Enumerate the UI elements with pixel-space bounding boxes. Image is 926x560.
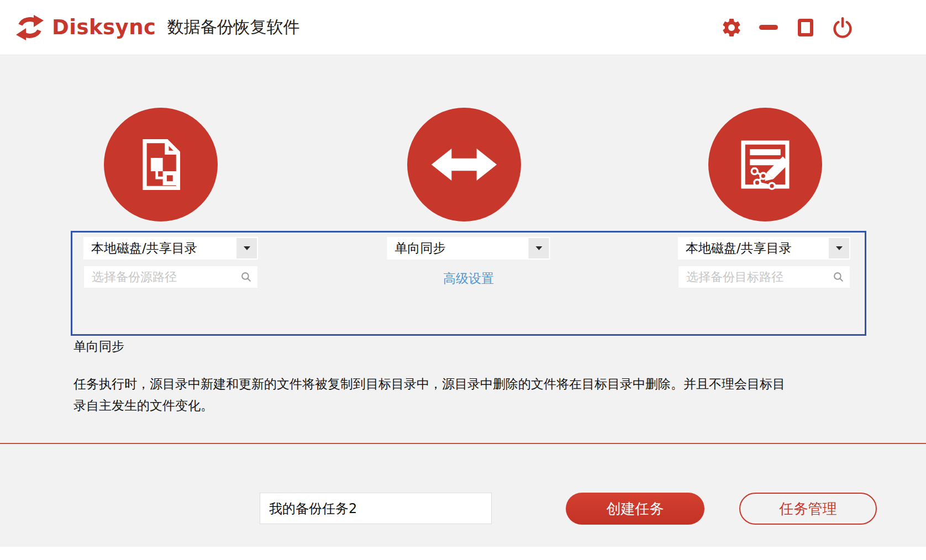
brand: Disksync 数据备份恢复软件 [15, 13, 299, 42]
target-column: 本地磁盘/共享目录 [678, 237, 850, 288]
task-edit-icon [708, 108, 822, 221]
chevron-down-icon[interactable] [236, 238, 257, 258]
source-type-value: 本地磁盘/共享目录 [91, 240, 197, 257]
target-path-box [678, 266, 850, 288]
power-icon[interactable] [832, 17, 854, 39]
window-controls [720, 17, 854, 39]
sync-logo-icon [15, 13, 44, 42]
config-panel: 本地磁盘/共享目录 单向同步 高级设置 本地磁盘/共享目录 [71, 231, 866, 336]
chevron-down-icon[interactable] [529, 238, 549, 258]
task-name-input[interactable] [260, 493, 492, 524]
source-path-box [83, 266, 258, 288]
sync-direction-icon [407, 108, 521, 221]
task-manager-button[interactable]: 任务管理 [739, 493, 877, 525]
settings-gear-icon[interactable] [720, 17, 743, 39]
target-type-dropdown[interactable]: 本地磁盘/共享目录 [678, 237, 850, 260]
sync-mode-dropdown[interactable]: 单向同步 [387, 237, 550, 260]
sync-mode-description: 任务执行时，源目录中新建和更新的文件将被复制到目标目录中，源目录中删除的文件将在… [73, 373, 792, 416]
minimize-icon[interactable] [757, 17, 780, 39]
source-column: 本地磁盘/共享目录 [83, 237, 258, 288]
source-document-icon [104, 108, 218, 221]
sync-mode-column: 单向同步 高级设置 [387, 237, 550, 287]
brand-name: Disksync [52, 15, 156, 39]
source-type-dropdown[interactable]: 本地磁盘/共享目录 [83, 237, 258, 260]
create-task-button[interactable]: 创建任务 [566, 493, 704, 525]
target-type-value: 本地磁盘/共享目录 [686, 240, 792, 257]
titlebar: Disksync 数据备份恢复软件 [0, 0, 926, 55]
bottom-strip [0, 547, 926, 560]
search-icon[interactable] [240, 271, 252, 283]
source-path-input[interactable] [83, 266, 258, 288]
maximize-icon[interactable] [795, 17, 817, 39]
divider [0, 443, 926, 444]
target-path-input[interactable] [678, 266, 850, 288]
app-title: 数据备份恢复软件 [167, 16, 299, 39]
sync-mode-title: 单向同步 [73, 338, 124, 355]
advanced-settings-link[interactable]: 高级设置 [387, 270, 550, 287]
sync-mode-value: 单向同步 [395, 240, 446, 257]
search-icon[interactable] [833, 271, 844, 283]
chevron-down-icon[interactable] [829, 238, 849, 258]
